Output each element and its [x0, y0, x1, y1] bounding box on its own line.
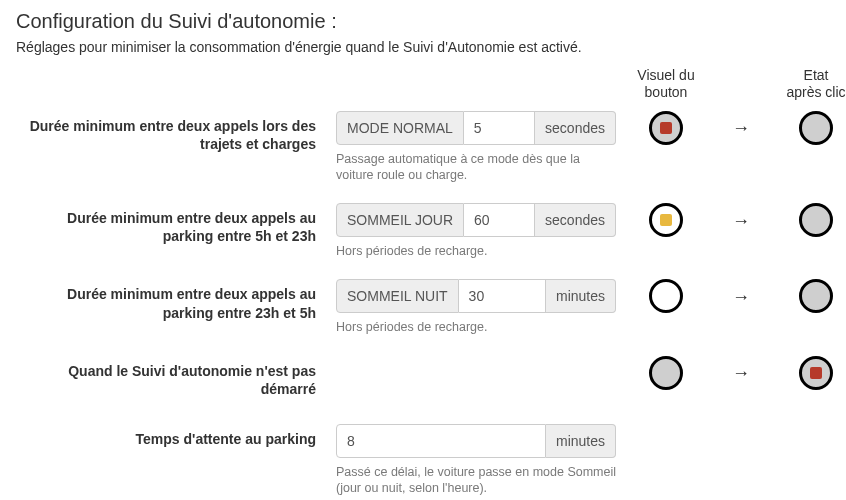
- unit-wait: minutes: [546, 424, 616, 458]
- state-button-stopped-after[interactable]: [799, 356, 833, 390]
- state-button-day-before[interactable]: [649, 203, 683, 237]
- unit-day: secondes: [535, 203, 616, 237]
- state-button-normal-before[interactable]: [649, 111, 683, 145]
- state-button-day-after[interactable]: [799, 203, 833, 237]
- state-button-normal-after[interactable]: [799, 111, 833, 145]
- help-normal: Passage automatique à ce mode dès que la…: [336, 151, 616, 184]
- input-group-wait: minutes: [336, 424, 616, 458]
- state-button-stopped-before[interactable]: [649, 356, 683, 390]
- input-wait-value[interactable]: [336, 424, 546, 458]
- red-square-icon: [660, 122, 672, 134]
- header-after-click: Etat après clic: [786, 67, 846, 111]
- state-button-night-after[interactable]: [799, 279, 833, 313]
- arrow-icon: →: [716, 111, 766, 147]
- help-wait: Passé ce délai, le voiture passe en mode…: [336, 464, 616, 497]
- input-normal-value[interactable]: [464, 111, 535, 145]
- input-group-day: SOMMEIL JOUR secondes: [336, 203, 616, 237]
- label-sleep-day: Durée minimum entre deux appels au parki…: [16, 203, 316, 245]
- red-square-icon: [810, 367, 822, 379]
- input-group-night: SOMMEIL NUIT minutes: [336, 279, 616, 313]
- mode-tag-day: SOMMEIL JOUR: [336, 203, 464, 237]
- state-button-night-before[interactable]: [649, 279, 683, 313]
- arrow-icon: →: [716, 356, 766, 392]
- mode-tag-night: SOMMEIL NUIT: [336, 279, 459, 313]
- input-day-value[interactable]: [464, 203, 535, 237]
- unit-normal: secondes: [535, 111, 616, 145]
- help-day: Hors périodes de recharge.: [336, 243, 616, 259]
- help-night: Hors périodes de recharge.: [336, 319, 616, 335]
- header-visual: Visuel du bouton: [636, 67, 696, 111]
- label-mode-normal: Durée minimum entre deux appels lors des…: [16, 111, 316, 153]
- input-group-normal: MODE NORMAL secondes: [336, 111, 616, 145]
- page-title: Configuration du Suivi d'autonomie :: [16, 10, 830, 33]
- input-night-value[interactable]: [459, 279, 546, 313]
- yellow-square-icon: [660, 214, 672, 226]
- unit-night: minutes: [546, 279, 616, 313]
- arrow-icon: →: [716, 279, 766, 315]
- label-sleep-night: Durée minimum entre deux appels au parki…: [16, 279, 316, 321]
- label-not-started: Quand le Suivi d'autonomie n'est pas dém…: [16, 356, 316, 424]
- settings-grid: Visuel du bouton Etat après clic Durée m…: [16, 67, 830, 500]
- page-subtitle: Réglages pour minimiser la consommation …: [16, 39, 830, 55]
- label-wait-time: Temps d'attente au parking: [16, 424, 316, 448]
- arrow-icon: →: [716, 203, 766, 239]
- mode-tag-normal: MODE NORMAL: [336, 111, 464, 145]
